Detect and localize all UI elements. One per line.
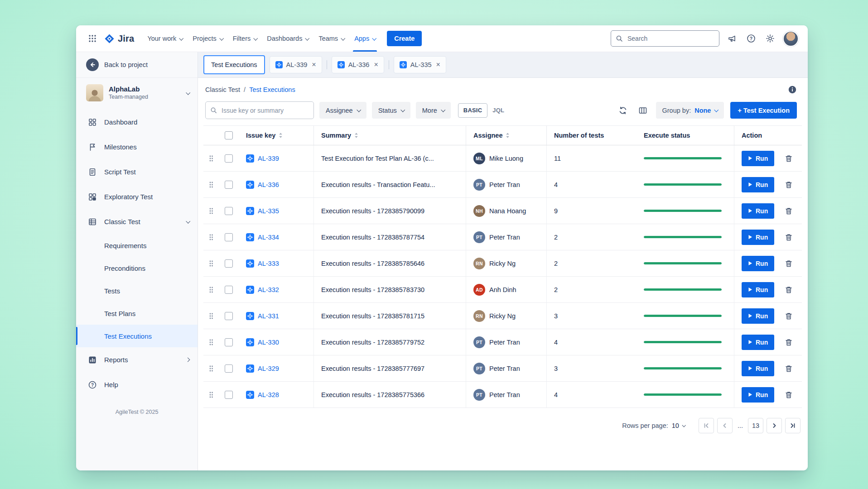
delete-button[interactable]	[783, 363, 794, 374]
tab-al-335[interactable]: AL-335 ×	[394, 56, 446, 73]
next-page-button[interactable]	[767, 418, 782, 433]
run-button[interactable]: Run	[742, 335, 774, 350]
close-icon[interactable]: ×	[374, 61, 378, 68]
delete-button[interactable]	[783, 179, 794, 190]
run-button[interactable]: Run	[742, 387, 774, 403]
group-by-dropdown[interactable]: Group by: None	[656, 102, 724, 119]
back-to-project-button[interactable]: Back to project	[76, 52, 198, 78]
drag-handle[interactable]	[209, 365, 213, 372]
issue-filter-input[interactable]	[221, 106, 309, 115]
sort-icon[interactable]	[279, 132, 283, 139]
issue-key-link[interactable]: AL-333	[258, 260, 279, 267]
delete-button[interactable]	[783, 389, 794, 400]
app-switcher-icon[interactable]	[85, 31, 100, 46]
sidebar-item-script-test[interactable]: Script Test	[76, 159, 198, 184]
first-page-button[interactable]	[699, 418, 714, 433]
header-issue-key[interactable]: Issue key	[246, 132, 275, 139]
drag-handle[interactable]	[209, 181, 213, 188]
delete-button[interactable]	[783, 153, 794, 164]
last-page-number-button[interactable]: 13	[748, 418, 763, 433]
sidebar-item-reports[interactable]: Reports	[76, 347, 198, 372]
issue-key-link[interactable]: AL-335	[258, 207, 279, 215]
sidebar-item-milestones[interactable]: Milestones	[76, 134, 198, 159]
row-checkbox[interactable]	[225, 154, 233, 163]
delete-button[interactable]	[783, 337, 794, 348]
last-page-button[interactable]	[785, 418, 800, 433]
drag-handle[interactable]	[209, 391, 213, 398]
help-icon[interactable]: ?	[745, 32, 757, 45]
nav-apps[interactable]: Apps	[349, 25, 381, 52]
columns-icon[interactable]	[636, 104, 650, 117]
sidebar-item-test-plans[interactable]: Test Plans	[76, 302, 198, 325]
more-filters-dropdown[interactable]: More	[416, 102, 451, 119]
tab-test-executions[interactable]: Test Executions	[203, 55, 265, 74]
tab-al-336[interactable]: AL-336 ×	[332, 56, 384, 73]
nav-your-work[interactable]: Your work	[142, 25, 188, 52]
tab-al-339[interactable]: AL-339 ×	[270, 56, 322, 73]
status-filter-dropdown[interactable]: Status	[372, 102, 410, 119]
issue-key-link[interactable]: AL-339	[258, 155, 279, 162]
row-checkbox[interactable]	[225, 207, 233, 215]
sort-icon[interactable]	[354, 132, 358, 139]
run-button[interactable]: Run	[742, 361, 774, 376]
row-checkbox[interactable]	[225, 286, 233, 294]
delete-button[interactable]	[783, 284, 794, 295]
sidebar-item-test-executions[interactable]: Test Executions	[76, 325, 198, 347]
sidebar-item-help[interactable]: ? Help	[76, 372, 198, 397]
sidebar-item-preconditions[interactable]: Preconditions	[76, 257, 198, 279]
row-checkbox[interactable]	[225, 233, 233, 241]
nav-teams[interactable]: Teams	[313, 25, 349, 52]
issue-key-link[interactable]: AL-331	[258, 312, 279, 320]
run-button[interactable]: Run	[742, 256, 774, 271]
run-button[interactable]: Run	[742, 230, 774, 245]
basic-mode-toggle[interactable]: BASIC	[458, 103, 487, 118]
close-icon[interactable]: ×	[312, 61, 316, 68]
user-avatar[interactable]	[783, 31, 799, 47]
run-button[interactable]: Run	[742, 177, 774, 192]
assignee-filter-dropdown[interactable]: Assignee	[319, 102, 366, 119]
issue-filter-search[interactable]	[205, 101, 314, 119]
search-input[interactable]	[627, 34, 714, 43]
run-button[interactable]: Run	[742, 308, 774, 324]
run-button[interactable]: Run	[742, 151, 774, 166]
breadcrumb-current[interactable]: Test Executions	[249, 86, 295, 93]
select-all-checkbox[interactable]	[225, 131, 233, 139]
settings-gear-icon[interactable]	[764, 32, 776, 45]
info-icon[interactable]	[788, 85, 797, 94]
add-test-execution-button[interactable]: + Test Execution	[730, 102, 797, 119]
issue-key-link[interactable]: AL-332	[258, 286, 279, 293]
nav-projects[interactable]: Projects	[188, 25, 227, 52]
project-switcher[interactable]: AlphaLab Team-managed	[76, 78, 198, 107]
header-assignee[interactable]: Assignee	[473, 132, 502, 139]
issue-key-link[interactable]: AL-336	[258, 181, 279, 188]
rows-per-page-select[interactable]: 10	[672, 422, 685, 429]
drag-handle[interactable]	[209, 339, 213, 346]
drag-handle[interactable]	[209, 312, 213, 320]
issue-key-link[interactable]: AL-328	[258, 391, 279, 398]
run-button[interactable]: Run	[742, 203, 774, 219]
row-checkbox[interactable]	[225, 338, 233, 346]
delete-button[interactable]	[783, 232, 794, 243]
sidebar-item-requirements[interactable]: Requirements	[76, 234, 198, 257]
row-checkbox[interactable]	[225, 391, 233, 399]
row-checkbox[interactable]	[225, 259, 233, 268]
global-search[interactable]	[611, 30, 719, 47]
delete-button[interactable]	[783, 258, 794, 269]
refresh-icon[interactable]	[616, 104, 630, 117]
sidebar-item-classic-test[interactable]: Classic Test	[76, 209, 198, 234]
drag-handle[interactable]	[209, 286, 213, 293]
row-checkbox[interactable]	[225, 364, 233, 373]
sidebar-item-tests[interactable]: Tests	[76, 279, 198, 302]
drag-handle[interactable]	[209, 207, 213, 215]
sort-icon[interactable]	[506, 132, 510, 139]
announcements-icon[interactable]	[726, 32, 738, 45]
issue-key-link[interactable]: AL-330	[258, 339, 279, 346]
header-summary[interactable]: Summary	[321, 132, 351, 139]
breadcrumb-parent[interactable]: Classic Test	[205, 86, 240, 93]
nav-dashboards[interactable]: Dashboards	[262, 25, 313, 52]
sidebar-item-dashboard[interactable]: Dashboard	[76, 110, 198, 134]
jira-logo[interactable]: Jira	[104, 34, 134, 44]
delete-button[interactable]	[783, 206, 794, 216]
row-checkbox[interactable]	[225, 312, 233, 320]
drag-handle[interactable]	[209, 155, 213, 162]
